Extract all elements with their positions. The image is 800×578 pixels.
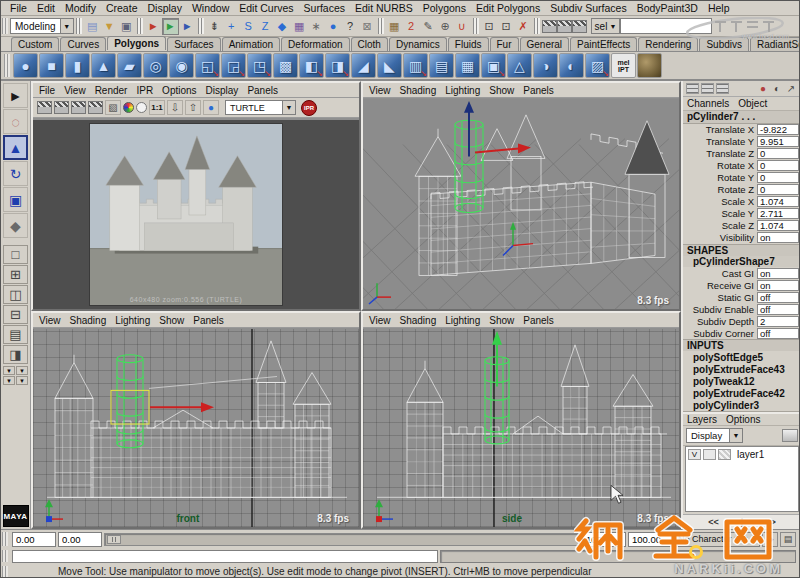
- shelf-checker-icon[interactable]: ▨↘: [585, 53, 610, 78]
- pencil-icon[interactable]: ✎: [420, 18, 437, 35]
- menu-subdiv-surfaces[interactable]: Subdiv Surfaces: [545, 2, 631, 14]
- front-canvas[interactable]: front 8.3 fps: [33, 329, 359, 527]
- layout-persp-set-button[interactable]: ◨: [3, 345, 28, 364]
- persp-canvas[interactable]: 8.3 fps: [363, 99, 679, 309]
- shelf-tab-subdivs[interactable]: Subdivs: [699, 37, 749, 51]
- channel-layout-icon-2[interactable]: [701, 83, 714, 94]
- persp-menu-panels[interactable]: Panels: [523, 85, 554, 96]
- menu-edit-polygons[interactable]: Edit Polygons: [471, 2, 545, 14]
- drag-grip[interactable]: [2, 566, 8, 577]
- input-node-polyextrudeface43[interactable]: polyExtrudeFace43: [683, 363, 800, 375]
- drag-grip[interactable]: [2, 18, 8, 34]
- lock-icon[interactable]: ⊠: [359, 18, 376, 35]
- shape-attribute-value[interactable]: off: [757, 304, 799, 315]
- front-menu-show[interactable]: Show: [159, 315, 184, 326]
- channel-attribute-value[interactable]: 1.074: [757, 220, 799, 231]
- persp-menu-shading[interactable]: Shading: [400, 85, 437, 96]
- shape-node-name[interactable]: pCylinderShape7: [683, 256, 800, 268]
- shelf-wedge-face-icon[interactable]: ◢: [351, 53, 376, 78]
- menu-edit[interactable]: Edit: [32, 2, 60, 14]
- snap-to-view-plane-icon[interactable]: ▦: [291, 18, 308, 35]
- menu-surfaces[interactable]: Surfaces: [299, 2, 350, 14]
- exit-edit-mode-icon[interactable]: ⊡: [498, 18, 515, 35]
- menu-modify[interactable]: Modify: [60, 2, 101, 14]
- transport-current-marker[interactable]: |: [738, 517, 747, 527]
- snap-modes-icon[interactable]: ⇟: [206, 18, 223, 35]
- persp-menu-view[interactable]: View: [369, 85, 391, 96]
- layer-color-swatch[interactable]: [718, 449, 731, 460]
- shelf-poly-sphere-icon[interactable]: ●: [13, 53, 38, 78]
- show-manipulator-tool[interactable]: ◆: [3, 213, 28, 238]
- playback-end-field[interactable]: [628, 532, 672, 547]
- input-node-polycylinder3[interactable]: polyCylinder3: [683, 399, 800, 411]
- shelf-tab-custom[interactable]: Custom: [11, 37, 59, 51]
- shelf-poly-plane-icon[interactable]: ▰: [117, 53, 142, 78]
- transport-step-forward-button[interactable]: >>: [762, 517, 779, 527]
- toolbar-separator[interactable]: [198, 18, 204, 34]
- shelf-mel-ipt-icon[interactable]: mel IPT: [611, 53, 636, 78]
- shape-attribute-value[interactable]: on: [757, 280, 799, 291]
- region-marquee-icon[interactable]: ▧: [105, 100, 121, 115]
- front-menu-panels[interactable]: Panels: [193, 315, 224, 326]
- one-to-one-icon[interactable]: 1:1: [149, 100, 165, 115]
- select-tool[interactable]: ►: [3, 83, 28, 108]
- render-view-menu-options[interactable]: Options: [162, 85, 196, 96]
- layers-menu-layers[interactable]: Layers: [687, 414, 717, 425]
- persp-viewport[interactable]: ViewShadingLightingShowPanels: [361, 81, 681, 311]
- ipr-badge[interactable]: IPR: [301, 100, 317, 116]
- command-line-input[interactable]: [12, 550, 438, 563]
- channel-attribute-value[interactable]: 0: [757, 172, 799, 183]
- shelf-bevel-icon[interactable]: ◣: [377, 53, 402, 78]
- shelf-tab-dynamics[interactable]: Dynamics: [389, 37, 447, 51]
- channel-attribute-value[interactable]: 0: [757, 148, 799, 159]
- channel-attribute-value[interactable]: on: [757, 232, 799, 243]
- menu-file[interactable]: File: [5, 2, 32, 14]
- scale-tool[interactable]: ▣: [3, 187, 28, 212]
- channel-layout-icon-1[interactable]: [686, 83, 699, 94]
- shelf-cut-faces-icon[interactable]: ▥↘: [403, 53, 428, 78]
- menu-set-selector[interactable]: Modeling ▼: [10, 18, 74, 34]
- render-frame-icon[interactable]: [37, 101, 52, 114]
- shelf-tab-fluids[interactable]: Fluids: [448, 37, 489, 51]
- channel-attribute-value[interactable]: -9.822: [757, 124, 799, 135]
- chevron-down-icon[interactable]: ▼: [3, 376, 15, 385]
- select-object-icon[interactable]: ►: [162, 18, 179, 35]
- anim-prefs-icon[interactable]: ▤: [780, 532, 796, 547]
- create-layer-icon[interactable]: [782, 429, 798, 442]
- shelf-tab-painteffects[interactable]: PaintEffects: [570, 37, 637, 51]
- chevron-down-icon[interactable]: ▼: [729, 429, 742, 442]
- grid-table-icon[interactable]: ▦: [386, 18, 403, 35]
- input-connections-icon[interactable]: ●: [325, 18, 342, 35]
- render-view-panel[interactable]: FileViewRenderIPROptionsDisplayPanels ▧1…: [31, 81, 361, 311]
- front-menu-lighting[interactable]: Lighting: [115, 315, 150, 326]
- toolbar-separator[interactable]: [534, 18, 540, 34]
- input-node-polytweak12[interactable]: polyTweak12: [683, 375, 800, 387]
- quick-select-input[interactable]: [620, 18, 712, 34]
- channel-box-menu-channels[interactable]: Channels: [687, 98, 729, 109]
- shelf-smooth-proxy-icon[interactable]: ◉: [169, 53, 194, 78]
- rgb-channels-icon[interactable]: [123, 102, 134, 113]
- shelf-split-polygon-icon[interactable]: ▤: [429, 53, 454, 78]
- chevron-down-icon[interactable]: ▼: [282, 101, 295, 114]
- side-canvas[interactable]: side 8.3 fps: [363, 329, 679, 527]
- snap-to-grid-icon[interactable]: +: [223, 18, 240, 35]
- front-menu-view[interactable]: View: [39, 315, 61, 326]
- shelf-paint-icon[interactable]: ◐: [559, 53, 584, 78]
- open-render-globals-icon[interactable]: ●: [203, 100, 219, 115]
- remove-image-icon[interactable]: ⇧: [185, 100, 201, 115]
- ipr-render-frame-icon[interactable]: [71, 101, 86, 114]
- toolbar-separator[interactable]: [473, 18, 479, 34]
- shelf-tab-fur[interactable]: Fur: [490, 37, 519, 51]
- redo-render-icon[interactable]: [54, 101, 69, 114]
- ne-arrow-icon[interactable]: ↗: [784, 82, 798, 96]
- layout-persp-graph-button[interactable]: ⊟: [3, 305, 28, 324]
- layout-hypershade-button[interactable]: ▤: [3, 325, 28, 344]
- shape-attribute-value[interactable]: off: [757, 328, 799, 339]
- side-menu-panels[interactable]: Panels: [523, 315, 554, 326]
- playback-start-field[interactable]: [12, 532, 56, 547]
- shelf-poly-torus-icon[interactable]: ◎: [143, 53, 168, 78]
- shelf-tab-surfaces[interactable]: Surfaces: [167, 37, 220, 51]
- save-scene-icon[interactable]: ▣: [118, 18, 135, 35]
- magnet-icon[interactable]: ∪: [454, 18, 471, 35]
- channel-attribute-value[interactable]: 1.074: [757, 196, 799, 207]
